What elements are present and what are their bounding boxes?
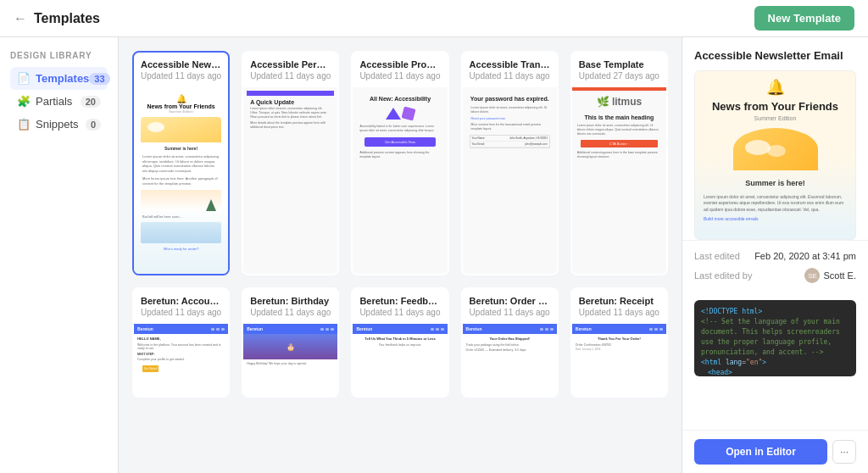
template-thumbnail: Beretun Thank You For Your Order! Order … (572, 324, 666, 396)
page-title: Templates (34, 11, 100, 26)
template-thumbnail: Beretun Your Order Has Shipped! Track yo… (463, 324, 557, 396)
preview-link[interactable]: Build more accessible emails (695, 216, 855, 221)
right-panel-footer: Open in Editor ··· (682, 430, 868, 473)
preview-summer-label: Summer is here! (695, 175, 855, 191)
template-card[interactable]: Accessible Transactional ... Updated 11 … (461, 51, 559, 275)
template-date: Updated 11 days ago (463, 71, 557, 87)
last-edited-value: Feb 20, 2020 at 3:41 pm (754, 251, 856, 261)
template-date: Updated 11 days ago (463, 308, 557, 324)
template-date: Updated 11 days ago (134, 308, 228, 324)
template-card[interactable]: Accessible Personal Note Updated 11 days… (242, 51, 339, 275)
template-title: Accessible Newsletter E... (134, 53, 228, 71)
template-title: Accessible Personal Note (243, 53, 337, 71)
preview-main-title: News from Your Friends (695, 100, 855, 114)
template-date: Updated 27 days ago (572, 71, 666, 87)
template-card[interactable]: Beretun: Birthday Updated 11 days ago Be… (242, 287, 339, 398)
sidebar-item-partials[interactable]: 🧩 Partials 20 (10, 90, 108, 113)
code-preview: <!DOCTYPE html> <!-- Set the language of… (694, 300, 856, 376)
new-template-button[interactable]: New Template (754, 6, 854, 31)
template-card[interactable]: Beretun: Receipt Updated 11 days ago Ber… (570, 287, 668, 398)
preview-subtitle: Summer Edition (695, 114, 855, 123)
template-card[interactable]: Accessible Product Anno... Updated 11 da… (351, 51, 448, 275)
template-thumbnail: Beretun Tell Us What You Think in 5 Minu… (353, 324, 447, 396)
template-card[interactable]: Base Template Updated 27 days ago 🌿 litm… (570, 51, 668, 275)
sidebar-item-templates[interactable]: 📄 Templates 33 (10, 67, 108, 90)
editor-avatar: SE Scott E. (804, 268, 856, 283)
open-editor-button[interactable]: Open in Editor (694, 439, 827, 465)
template-thumbnail: 🔔 News from Your Friends Summer Edition … (134, 87, 228, 274)
editor-name: Scott E. (823, 270, 856, 281)
back-icon[interactable]: ← (14, 11, 27, 26)
template-thumbnail: Beretun HELLO NAME, Welcome to the platf… (134, 324, 228, 396)
app-header: ← Templates New Template (0, 0, 868, 37)
preview-body-text: Lorem ipsum dolor sit amet, consectetur … (695, 191, 855, 217)
right-panel-title: Accessible Newsletter Email (682, 37, 868, 70)
template-date: Updated 11 days ago (134, 71, 228, 87)
template-meta: Last edited Feb 20, 2020 at 3:41 pm Last… (682, 240, 868, 300)
template-title: Beretun: Birthday (243, 289, 337, 308)
template-title: Beretun: Account Created (134, 289, 228, 308)
header-left: ← Templates (14, 11, 100, 26)
sidebar: DESIGN LIBRARY 📄 Templates 33 🧩 Partials… (0, 37, 119, 473)
template-date: Updated 11 days ago (353, 71, 447, 87)
right-panel: Accessible Newsletter Email 🔔 News from … (682, 37, 868, 473)
preview-logo-icon: 🔔 (766, 79, 785, 96)
sidebar-label-templates: Templates (36, 72, 89, 85)
last-edited-by-label: Last edited by (694, 270, 753, 281)
template-thumbnail: Beretun 🎂 Happy Birthday! We hope your d… (243, 324, 337, 396)
template-card[interactable]: Accessible Newsletter E... Updated 11 da… (132, 51, 230, 275)
template-date: Updated 11 days ago (572, 308, 666, 324)
templates-grid: Accessible Newsletter E... Updated 11 da… (132, 51, 668, 398)
template-thumbnail: A Quick Update Lorem ipsum dolor sit ame… (243, 87, 337, 274)
content-area: Accessible Newsletter E... Updated 11 da… (119, 37, 682, 473)
template-thumbnail: 🌿 litmus This is the main heading Lorem … (572, 87, 666, 274)
sidebar-section-title: DESIGN LIBRARY (10, 51, 108, 60)
template-title: Accessible Transactional ... (463, 53, 557, 71)
sidebar-item-snippets[interactable]: 📋 Snippets 0 (10, 113, 108, 136)
partials-badge: 20 (81, 96, 101, 108)
template-date: Updated 11 days ago (243, 71, 337, 87)
templates-icon: 📄 (17, 72, 31, 85)
last-edited-by-row: Last edited by SE Scott E. (694, 268, 856, 283)
last-edited-label: Last edited (694, 251, 740, 261)
templates-badge: 33 (89, 73, 109, 85)
template-title: Base Template (572, 53, 666, 71)
sidebar-label-partials: Partials (36, 95, 72, 108)
snippets-icon: 📋 (17, 118, 31, 131)
template-title: Beretun: Order Shipped (463, 289, 557, 308)
avatar: SE (804, 268, 820, 283)
template-title: Accessible Product Anno... (353, 53, 447, 71)
template-title: Beretun: Feedback (353, 289, 447, 308)
partials-icon: 🧩 (17, 95, 31, 108)
template-preview: 🔔 News from Your Friends Summer Edition … (694, 70, 856, 240)
more-options-button[interactable]: ··· (832, 440, 856, 464)
template-card[interactable]: Beretun: Account Created Updated 11 days… (132, 287, 230, 398)
template-card[interactable]: Beretun: Feedback Updated 11 days ago Be… (351, 287, 448, 398)
template-thumbnail: Your password has expired. Lorem ipsum d… (463, 87, 557, 274)
main-layout: DESIGN LIBRARY 📄 Templates 33 🧩 Partials… (0, 37, 868, 473)
template-thumbnail: All New: Accessibility Accessibility bak… (353, 87, 447, 274)
sidebar-label-snippets: Snippets (36, 118, 79, 131)
template-card[interactable]: Beretun: Order Shipped Updated 11 days a… (461, 287, 559, 398)
template-date: Updated 11 days ago (243, 308, 337, 324)
snippets-badge: 0 (86, 119, 101, 131)
template-title: Beretun: Receipt (572, 289, 666, 308)
last-edited-row: Last edited Feb 20, 2020 at 3:41 pm (694, 251, 856, 261)
template-date: Updated 11 days ago (353, 308, 447, 324)
